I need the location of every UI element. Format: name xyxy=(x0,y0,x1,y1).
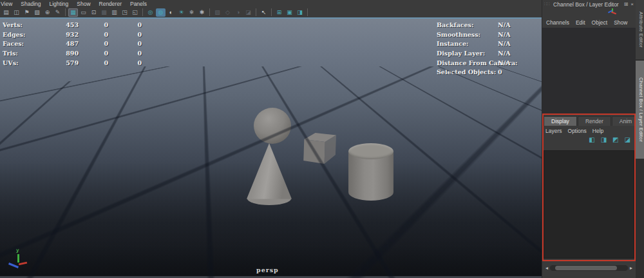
exposure-icon[interactable]: ◑ xyxy=(233,8,243,17)
grease-pencil-icon[interactable]: ✎ xyxy=(53,8,62,17)
shadows-icon[interactable]: ❄ xyxy=(187,8,196,17)
resolution-gate-icon[interactable]: ⊡ xyxy=(89,8,99,17)
menu-options[interactable]: Options xyxy=(568,128,587,134)
tab-attribute-editor[interactable]: Attribute Editor xyxy=(636,0,644,59)
scrollbar-track[interactable] xyxy=(550,265,628,271)
lights-icon[interactable]: ☀ xyxy=(176,8,186,17)
hud-row: Distance From Camera: N/A xyxy=(437,58,518,68)
sphere-object[interactable] xyxy=(254,108,291,144)
menu-channels[interactable]: Channels xyxy=(546,19,569,26)
menu-show[interactable]: Show xyxy=(614,19,627,26)
cone-object[interactable] xyxy=(247,143,292,205)
layer-editor-menubar: Layers Options Help xyxy=(542,126,636,135)
panel-title: Channel Box / Layer Editor xyxy=(551,1,621,8)
gate-mask-icon[interactable]: ▩ xyxy=(99,8,109,17)
safe-action-icon[interactable]: ◳ xyxy=(120,8,129,17)
menu-lighting[interactable]: Lighting xyxy=(49,1,68,7)
scroll-left-icon[interactable]: ◂ xyxy=(544,264,550,272)
field-chart-icon[interactable]: ▥ xyxy=(109,8,119,17)
toolbar-separator xyxy=(256,8,256,16)
hud-object-info: Backfaces: N/A Smoothness: N/A Instance:… xyxy=(437,20,518,77)
textured-icon[interactable]: ◐ xyxy=(166,8,176,17)
smooth-shade-icon[interactable]: ◍ xyxy=(156,8,166,17)
hud-row: Edges: 932 0 0 xyxy=(3,30,142,39)
tab-render[interactable]: Render xyxy=(578,116,611,126)
cylinder-object[interactable] xyxy=(348,143,393,201)
side-tab-strip: Attribute Editor Channel Box / Layer Edi… xyxy=(636,0,644,278)
xray-icon[interactable]: ▨ xyxy=(213,8,222,17)
hud-row: Backfaces: N/A xyxy=(437,20,518,30)
hud-row: Tris: 890 0 0 xyxy=(3,48,142,58)
view-axis-gizmo[interactable]: y xyxy=(6,248,32,270)
menu-help[interactable]: Help xyxy=(592,128,603,134)
viewport-menubar: View Shading Lighting Show Renderer Pane… xyxy=(0,0,542,7)
menu-layers[interactable]: Layers xyxy=(545,128,562,134)
channel-box-panel: ∷∷ Channel Box / Layer Editor ⊞ × Channe… xyxy=(542,0,636,278)
assign-new-layer-icon[interactable]: ◧ xyxy=(589,136,594,143)
horizontal-scrollbar[interactable]: ◂ ▸ xyxy=(544,264,634,272)
hud-toggle-icon[interactable]: ◨ xyxy=(295,8,305,17)
menu-edit[interactable]: Edit xyxy=(576,19,585,26)
bookmark-icon[interactable]: ⚑ xyxy=(22,8,32,17)
object-details-icon[interactable]: ⊞ xyxy=(274,8,284,17)
toolbar-separator xyxy=(142,8,143,16)
hud-row: UVs: 579 0 0 xyxy=(3,58,142,68)
toolbar-separator xyxy=(209,8,210,16)
menu-show[interactable]: Show xyxy=(77,1,90,7)
move-tool-icon xyxy=(608,8,616,17)
safe-title-icon[interactable]: ◱ xyxy=(130,8,140,17)
hud-row: Verts: 453 0 0 xyxy=(3,20,142,30)
menu-shading[interactable]: Shading xyxy=(21,1,41,7)
toolbar-separator xyxy=(271,8,272,16)
tab-channel-box-layer-editor[interactable]: Channel Box / Layer Editor xyxy=(636,61,644,159)
camera-icon[interactable]: ▤ xyxy=(1,8,11,17)
hud-row: Instance: N/A xyxy=(437,39,518,48)
scroll-right-icon[interactable]: ▸ xyxy=(628,264,634,272)
hud-row: Faces: 487 0 0 xyxy=(3,39,142,48)
image-plane-icon[interactable]: ▧ xyxy=(32,8,42,17)
wireframe-icon[interactable]: ◎ xyxy=(146,8,155,17)
xray-joints-icon[interactable]: ◇ xyxy=(223,8,232,17)
drag-grip-icon[interactable]: ∷∷ xyxy=(544,1,549,7)
menu-view[interactable]: View xyxy=(1,1,12,7)
create-empty-layer-icon[interactable]: ◩ xyxy=(612,136,618,143)
x-axis-icon xyxy=(8,263,19,268)
hud-row: Display Layer: N/A xyxy=(437,48,518,58)
occlusion-icon[interactable]: ✱ xyxy=(197,8,207,17)
camera-settings-icon[interactable]: ◫ xyxy=(12,8,21,17)
hud-row: Smoothness: N/A xyxy=(437,30,518,39)
create-layer-from-selected-icon[interactable]: ◪ xyxy=(625,136,630,143)
menu-object[interactable]: Object xyxy=(592,19,608,26)
layer-editor-tabs: Display Render Anim xyxy=(544,116,634,126)
cube-object[interactable] xyxy=(301,132,336,164)
float-window-icon[interactable]: ⊞ xyxy=(624,1,629,7)
layer-list[interactable] xyxy=(544,150,634,259)
film-gate-icon[interactable]: ▭ xyxy=(79,8,88,17)
poly-count-icon[interactable]: ▣ xyxy=(285,8,294,17)
channel-box-menubar: Channels Edit Object Show xyxy=(542,18,636,27)
pan-zoom-icon[interactable]: ⊕ xyxy=(43,8,52,17)
layer-editor-toolbar: ◧ ◨ ◩ ◪ xyxy=(542,135,636,144)
grid-icon[interactable]: ▦ xyxy=(68,8,78,17)
layer-editor: Display Render Anim Layers Options Help … xyxy=(542,114,636,261)
viewport-3d[interactable]: Verts: 453 0 0 Edges: 932 0 0 Faces: 487… xyxy=(0,19,542,278)
z-axis-icon xyxy=(19,262,27,266)
hud-row: Selected Objects: 0 xyxy=(437,67,518,77)
gamma-icon[interactable]: ◪ xyxy=(243,8,253,17)
menu-panels[interactable]: Panels xyxy=(130,1,147,7)
camera-name-label: persp xyxy=(256,266,279,273)
viewport-panel: View Shading Lighting Show Renderer Pane… xyxy=(0,0,542,278)
axis-y-label: y xyxy=(16,247,19,253)
isolate-select-icon[interactable]: ↖ xyxy=(259,8,269,17)
scrollbar-thumb[interactable] xyxy=(555,266,617,270)
assign-current-layer-icon[interactable]: ◨ xyxy=(601,136,607,143)
tab-display[interactable]: Display xyxy=(544,116,577,126)
close-icon[interactable]: × xyxy=(630,1,634,7)
panel-header: ∷∷ Channel Box / Layer Editor ⊞ × xyxy=(542,0,636,8)
hud-poly-count: Verts: 453 0 0 Edges: 932 0 0 Faces: 487… xyxy=(3,20,142,67)
y-axis-icon xyxy=(17,254,19,263)
viewport-toolbar: ▤ ◫ ⚑ ▧ ⊕ ✎ ▦ ▭ ⊡ ▩ ▥ ◳ ◱ ◎ ◍ ◐ ☀ ❄ ✱ ▨ … xyxy=(0,7,542,19)
menu-renderer[interactable]: Renderer xyxy=(99,1,122,7)
maya-window: View Shading Lighting Show Renderer Pane… xyxy=(0,0,644,278)
channel-box-empty-area[interactable] xyxy=(542,28,636,114)
